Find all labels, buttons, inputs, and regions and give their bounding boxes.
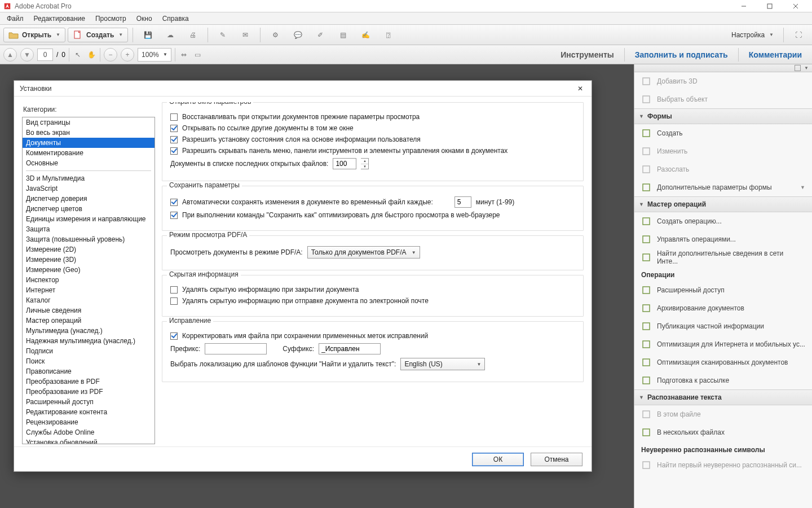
fill-sign-tab[interactable]: Заполнить и подписать <box>628 45 735 64</box>
category-item[interactable]: Подписи <box>23 346 155 356</box>
mail-icon-button[interactable]: ✉ <box>235 28 255 42</box>
category-item[interactable]: Правописание <box>23 366 155 376</box>
category-item[interactable]: Интернет <box>23 285 155 295</box>
categories-list[interactable]: Вид страницыВо весь экранДокументыКоммен… <box>22 117 155 444</box>
form-icon-button[interactable]: ▤ <box>333 28 353 42</box>
category-item[interactable]: Редактирование контента <box>23 407 155 417</box>
category-item[interactable]: Измерение (2D) <box>23 244 155 255</box>
autosave-minutes-input[interactable] <box>454 196 471 208</box>
chk-hide-menubar[interactable]: Разрешить скрывать панель меню, панели и… <box>170 147 575 155</box>
chk-remove-on-email[interactable]: Удалять скрытую информацию при отправке … <box>170 297 575 305</box>
forms-section-header[interactable]: ▼Формы <box>634 108 812 124</box>
panel-item[interactable]: Расширенный доступ <box>634 281 812 299</box>
page-up-button[interactable]: ▲ <box>3 48 17 62</box>
category-item[interactable]: Установка обновлений <box>23 437 155 444</box>
category-item[interactable]: Основные <box>23 158 155 168</box>
open-button[interactable]: Открыть▼ <box>3 28 65 42</box>
category-item[interactable]: Комментирование <box>23 148 155 158</box>
recent-docs-spinner[interactable]: ▲▼ <box>361 158 369 169</box>
chk-open-same-window[interactable]: Открывать по ссылке другие документы в т… <box>170 124 575 132</box>
dialog-close-button[interactable]: ✕ <box>575 83 586 94</box>
panel-item[interactable]: Публикация частной информации <box>634 317 812 335</box>
create-button[interactable]: Создать▼ <box>68 28 128 42</box>
category-item[interactable]: Расширенный доступ <box>23 397 155 407</box>
tools-tab[interactable]: Инструменты <box>554 45 621 64</box>
category-item[interactable]: Службы Adobe Online <box>23 427 155 437</box>
category-item[interactable]: Рецензирование <box>23 417 155 427</box>
menu-view[interactable]: Просмотр <box>91 14 131 24</box>
category-item[interactable]: Диспетчер доверия <box>23 194 155 204</box>
category-item[interactable]: Инспектор <box>23 275 155 285</box>
category-item[interactable]: Измерение (Geo) <box>23 265 155 275</box>
page-down-button[interactable]: ▼ <box>20 48 34 62</box>
panel-item[interactable]: Подготовка к рассылке <box>634 371 812 389</box>
category-item[interactable]: Вид страницы <box>23 117 155 128</box>
panel-item[interactable]: Управлять операциями... <box>634 230 812 248</box>
print-icon-button[interactable]: 🖨 <box>183 28 203 42</box>
comments-tab[interactable]: Комментарии <box>742 45 809 64</box>
category-item[interactable]: Личные сведения <box>23 305 155 316</box>
category-item[interactable]: 3D и Мультимедиа <box>23 173 155 183</box>
window-minimize-button[interactable] <box>731 0 757 12</box>
cancel-button[interactable]: Отмена <box>531 453 582 466</box>
window-close-button[interactable] <box>783 0 809 12</box>
edit-icon-button[interactable]: ✎ <box>213 28 233 42</box>
pdfa-mode-select[interactable]: Только для документов PDF/A▼ <box>307 246 420 259</box>
ocr-section-header[interactable]: ▼Распознавание текста <box>634 389 812 405</box>
fit-width-icon[interactable]: ⇔ <box>179 50 189 60</box>
chevron-down-icon[interactable]: ▼ <box>804 65 809 71</box>
category-item[interactable]: Защита (повышенный уровень) <box>23 234 155 244</box>
panel-item[interactable]: Дополнительные параметры формы▼ <box>634 178 812 196</box>
panel-item[interactable]: Архивирование документов <box>634 299 812 317</box>
panel-item[interactable]: Создать операцию... <box>634 212 812 230</box>
panel-item[interactable]: Оптимизация сканированных документов <box>634 353 812 371</box>
zoom-in-button[interactable]: + <box>121 48 134 62</box>
suffix-input[interactable] <box>319 343 381 354</box>
prefix-input[interactable] <box>205 343 267 354</box>
category-item[interactable]: Документы <box>23 138 155 148</box>
menu-help[interactable]: Справка <box>158 14 193 24</box>
category-item[interactable]: Каталог <box>23 295 155 305</box>
window-maximize-button[interactable] <box>757 0 783 12</box>
select-tool-icon[interactable]: ↖ <box>73 50 83 60</box>
hand-tool-icon[interactable]: ✋ <box>86 50 96 60</box>
sign-icon-button[interactable]: ✍ <box>355 28 376 42</box>
category-item[interactable]: Защита <box>23 224 155 234</box>
category-item[interactable]: Измерение (3D) <box>23 255 155 265</box>
panel-menu-icon[interactable] <box>795 65 801 71</box>
gear-icon-button[interactable]: ⚙ <box>265 28 285 42</box>
page-current-input[interactable]: 0 <box>37 49 53 61</box>
category-item[interactable]: Преобразование в PDF <box>23 376 155 387</box>
menu-edit[interactable]: Редактирование <box>29 14 90 24</box>
locale-select[interactable]: English (US)▼ <box>400 358 485 370</box>
chk-autosave[interactable]: Автоматически сохранять изменения в доку… <box>170 198 433 206</box>
zoom-select[interactable]: 100%▼ <box>138 48 171 62</box>
chk-remove-on-close[interactable]: Удалять скрытую информацию при закрытии … <box>170 286 575 294</box>
ok-button[interactable]: ОК <box>472 453 524 466</box>
menu-file[interactable]: Файл <box>2 14 28 24</box>
panel-item[interactable]: Создать <box>634 124 812 142</box>
category-item[interactable]: JavaScript <box>23 183 155 194</box>
category-item[interactable]: Во весь экран <box>23 128 155 138</box>
panel-item[interactable]: Найти дополнительные сведения в сети Инт… <box>634 248 812 266</box>
chk-adjust-filename[interactable]: Корректировать имя файла при сохранении … <box>170 332 575 340</box>
wizard-section-header[interactable]: ▼Мастер операций <box>634 196 812 212</box>
chk-restore-view[interactable]: Восстанавливать при открытии документов … <box>170 113 575 121</box>
menu-window[interactable]: Окно <box>132 14 157 24</box>
save-icon-button[interactable]: 💾 <box>138 28 158 42</box>
category-item[interactable]: Надежная мультимедиа (унаслед.) <box>23 336 155 346</box>
annotate-icon-button[interactable]: ✐ <box>310 28 330 42</box>
category-item[interactable]: Мультимедиа (унаслед.) <box>23 326 155 336</box>
zoom-out-button[interactable]: − <box>104 48 117 62</box>
customize-button[interactable]: Настройка▼ <box>726 28 779 42</box>
recent-docs-input[interactable] <box>333 158 356 169</box>
category-item[interactable]: Поиск <box>23 356 155 366</box>
panel-item[interactable]: Оптимизация для Интернета и мобильных ус… <box>634 335 812 353</box>
chat-icon-button[interactable]: 💬 <box>288 28 308 42</box>
category-item[interactable]: Единицы измерения и направляющие <box>23 214 155 224</box>
cloud-icon-button[interactable]: ☁ <box>160 28 180 42</box>
fit-page-icon[interactable]: ▭ <box>192 50 202 60</box>
category-item[interactable]: Диспетчер цветов <box>23 204 155 214</box>
panel-item[interactable]: В нескольких файлах <box>634 423 812 441</box>
fullscreen-icon-button[interactable]: ⛶ <box>788 28 809 42</box>
